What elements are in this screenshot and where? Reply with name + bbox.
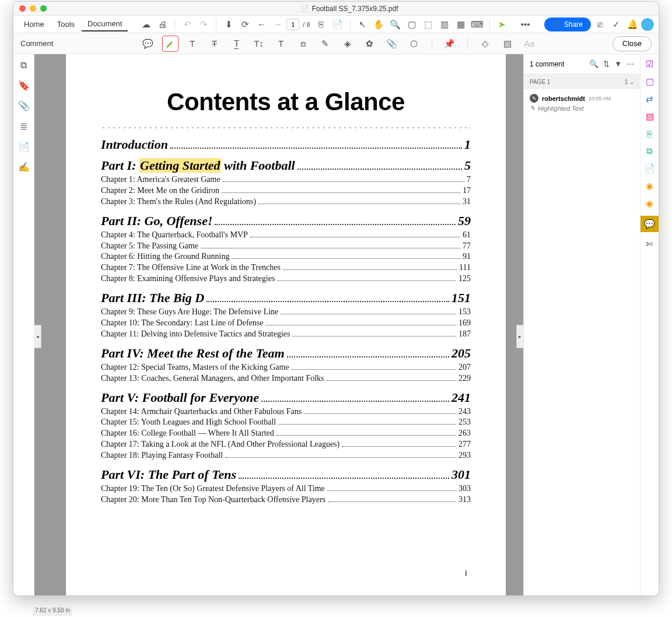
toc-row: Chapter 18: Playing Fantasy Football293 xyxy=(101,450,471,461)
toc-row: Chapter 12: Special Teams, Masters of th… xyxy=(101,362,471,373)
layers-icon[interactable]: ≣ xyxy=(20,121,27,132)
highlight-icon[interactable] xyxy=(162,36,178,52)
highlight2-icon: ✎ xyxy=(530,104,535,112)
keyboard-icon[interactable]: ⌨ xyxy=(470,17,485,32)
pencil-icon[interactable]: ✎ xyxy=(317,36,334,52)
text-icon[interactable]: T xyxy=(184,36,201,52)
search-icon[interactable]: 🔍 xyxy=(589,59,598,68)
comment-panel-icon[interactable]: 💬 xyxy=(640,216,659,232)
refresh-icon[interactable]: ⟳ xyxy=(237,17,253,32)
prev-page-icon[interactable]: ← xyxy=(254,17,269,32)
screen-share-icon[interactable]: ⎚ xyxy=(592,17,607,32)
cursor-icon[interactable]: ➤ xyxy=(495,17,510,32)
toc-row: Chapter 9: These Guys Are Huge: The Defe… xyxy=(101,307,471,318)
toc-row: Chapter 11: Delving into Defensive Tacti… xyxy=(101,329,471,340)
minimize-window[interactable] xyxy=(30,5,36,12)
sticky-note-icon[interactable]: 💬 xyxy=(140,36,156,52)
fit-width-icon[interactable]: ⬚ xyxy=(421,17,436,32)
stamp2-icon[interactable]: ✿ xyxy=(362,36,378,52)
strikethrough-icon[interactable]: T xyxy=(206,36,223,52)
more2-icon[interactable]: ⋯ xyxy=(626,59,634,68)
highlighted-text[interactable]: Getting Started xyxy=(139,158,221,173)
cloud-upload-icon[interactable]: ☁ xyxy=(138,17,153,32)
toc-row: Part I: Getting Started with Football5 xyxy=(101,158,471,173)
page-input[interactable] xyxy=(286,19,299,30)
toc-row: Chapter 15: Youth Leagues and High Schoo… xyxy=(101,417,471,428)
user-avatar[interactable] xyxy=(641,18,654,31)
filter-icon[interactable]: ▼ xyxy=(614,59,622,68)
thumbnails-icon[interactable]: ⧉ xyxy=(20,60,27,71)
toc-row: Chapter 20: More Than Ten Top Non-Quarte… xyxy=(101,495,471,506)
bookmark-icon[interactable]: ⎘ xyxy=(314,17,329,32)
outline-icon[interactable]: 📄 xyxy=(18,141,30,152)
edit-icon[interactable]: ▤ xyxy=(646,111,654,122)
toc-row: Chapter 7: The Offensive Line at Work in… xyxy=(101,262,471,274)
zoom-icon[interactable]: 🔍 xyxy=(388,17,403,32)
print-icon[interactable]: 🖨 xyxy=(155,17,170,32)
align-icon[interactable]: ◇ xyxy=(477,36,494,52)
redact-icon[interactable]: ◉ xyxy=(646,181,653,191)
crop-icon[interactable]: ⧉ xyxy=(646,146,653,156)
toc-row: Part III: The Big D151 xyxy=(101,290,471,306)
toc-row: Chapter 5: The Passing Game77 xyxy=(101,241,471,252)
window-title: Football SS_7.375x9.25.pdf xyxy=(312,5,398,13)
opacity-icon[interactable]: ▤ xyxy=(499,36,516,52)
optimize-icon[interactable]: ◉ xyxy=(646,198,653,209)
collapse-right[interactable]: ▸ xyxy=(516,325,523,348)
pan-icon[interactable]: ✋ xyxy=(372,17,387,32)
eraser-icon[interactable]: ◈ xyxy=(340,36,356,52)
new-page-icon[interactable]: 📄 xyxy=(330,17,345,32)
page-title: Contents at a Glance xyxy=(101,88,471,116)
collapse-left[interactable]: ◂ xyxy=(34,325,41,348)
layout-icon[interactable]: ▥ xyxy=(437,17,452,32)
comment-entry[interactable]: ✎ robertschmidt 10:05 AM ✎ Highlighted T… xyxy=(524,89,640,117)
toc-row: Chapter 2: Meet Me on the Gridiron17 xyxy=(101,185,471,197)
more-tools-icon[interactable]: ✄ xyxy=(646,239,653,250)
sort-icon[interactable]: ⇅ xyxy=(603,59,610,68)
next-page-icon[interactable]: → xyxy=(270,17,285,32)
pdf-page[interactable]: Contents at a Glance Introduction1Part I… xyxy=(66,54,506,595)
check-icon[interactable]: ☑ xyxy=(646,59,653,69)
comments-page-header[interactable]: PAGE 1 1 ⌄ xyxy=(524,74,640,89)
more-icon[interactable]: ••• xyxy=(518,17,533,32)
stamp-icon[interactable]: ✓ xyxy=(608,17,624,32)
toc-row: Part II: Go, Offense!59 xyxy=(101,213,471,229)
shapes-icon[interactable]: ⬡ xyxy=(406,36,422,52)
text-box-icon[interactable]: T̲ xyxy=(229,36,245,52)
export-icon[interactable]: ⇄ xyxy=(646,94,653,104)
menu-tools[interactable]: Tools xyxy=(51,17,80,31)
organize-icon[interactable]: ⎘ xyxy=(647,129,652,139)
bell-icon[interactable]: 🔔 xyxy=(625,17,640,32)
font-icon[interactable]: Aa xyxy=(522,36,538,52)
toc-row: Chapter 10: The Secondary: Last Line of … xyxy=(101,318,471,329)
close-window[interactable] xyxy=(19,5,26,12)
left-rail: ⧉ 🔖 📎 ≣ 📄 ✍ xyxy=(13,54,34,595)
share-button[interactable]: 👤 Share xyxy=(544,17,591,31)
layout2-icon[interactable]: ▦ xyxy=(453,17,468,32)
main-toolbar: Home Tools Document ☁ 🖨 ↶ ↷ ⬇ ⟳ ← → / 8 … xyxy=(13,16,659,33)
bookmark2-icon[interactable]: 🔖 xyxy=(18,80,30,91)
attach-icon[interactable]: 📎 xyxy=(384,36,400,52)
redo-icon[interactable]: ↷ xyxy=(196,17,211,32)
signatures-icon[interactable]: ✍ xyxy=(18,162,30,173)
text-callout-icon[interactable]: ⧈ xyxy=(295,36,312,52)
text-replace-icon[interactable]: T↕ xyxy=(251,36,267,52)
attachment-icon[interactable]: 📎 xyxy=(18,100,30,111)
toc-row: Chapter 13: Coaches, General Managers, a… xyxy=(101,373,471,384)
pin-icon[interactable]: 📌 xyxy=(442,36,458,52)
toc-row: Introduction1 xyxy=(101,137,471,152)
page2-icon[interactable]: ▢ xyxy=(646,76,654,87)
close-comment-button[interactable]: Close xyxy=(612,36,652,51)
toc-row: Chapter 14: Armchair Quarterbacks and Ot… xyxy=(101,406,471,418)
select-icon[interactable]: ↖ xyxy=(355,17,370,32)
text-insert-icon[interactable]: T xyxy=(273,36,289,52)
menu-home[interactable]: Home xyxy=(18,17,50,31)
protect-icon[interactable]: 📄 xyxy=(644,163,655,174)
fit-icon[interactable]: ▢ xyxy=(404,17,419,32)
menu-document[interactable]: Document xyxy=(82,17,128,31)
user-icon: ✎ xyxy=(530,94,538,103)
undo-icon[interactable]: ↶ xyxy=(180,17,195,32)
maximize-window[interactable] xyxy=(40,5,47,12)
toc-row: Chapter 3: Them's the Rules (And Regulat… xyxy=(101,197,471,208)
download-icon[interactable]: ⬇ xyxy=(221,17,236,32)
